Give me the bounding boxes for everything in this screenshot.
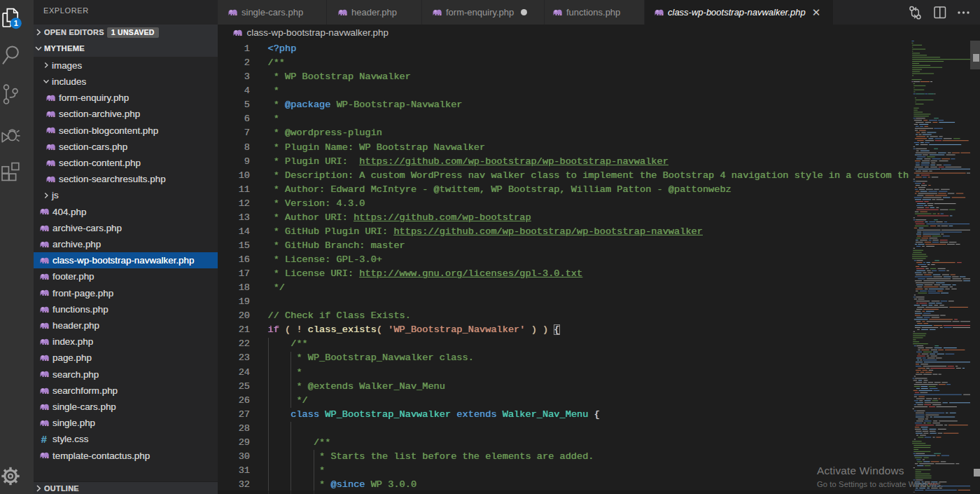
- svg-text:1: 1: [14, 19, 18, 27]
